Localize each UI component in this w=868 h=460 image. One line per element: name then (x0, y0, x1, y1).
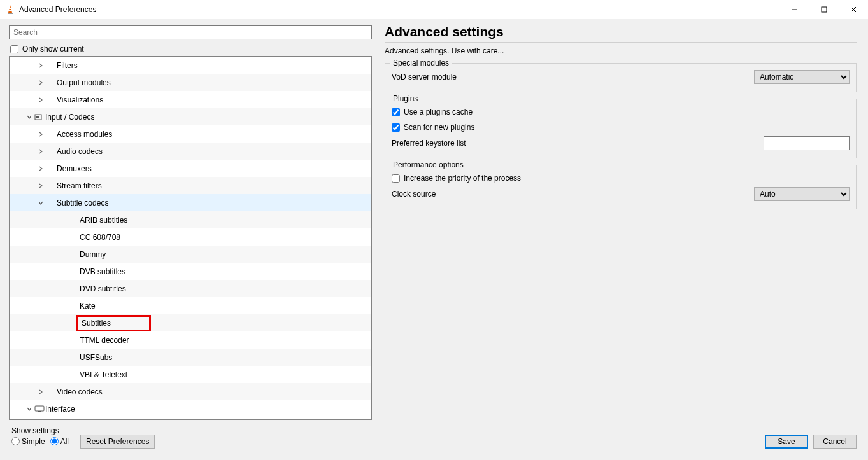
tree-item-label: ARIB subtitles (80, 216, 127, 225)
svg-rect-10 (35, 406, 44, 411)
svg-rect-9 (38, 116, 39, 118)
highlighted-item: Subtitles (76, 315, 151, 331)
tree-item-label: Dummy (80, 250, 106, 259)
svg-rect-1 (9, 8, 11, 9)
settings-heading: Advanced settings (385, 24, 857, 39)
tree-item-input-codecs[interactable]: Input / Codecs (10, 108, 371, 125)
tree-item-label: DVB subtitles (80, 267, 125, 276)
svg-rect-4 (822, 7, 827, 12)
keystore-input[interactable] (764, 136, 850, 150)
tree-item-access-modules[interactable]: Access modules (10, 125, 371, 143)
tree-item-filters[interactable]: Filters (10, 57, 371, 74)
window-title: Advanced Preferences (19, 5, 780, 14)
tree-item-label: Output modules (57, 78, 111, 87)
chevron-icon (36, 132, 45, 137)
chevron-icon (36, 389, 45, 394)
tree-item-usfsubs[interactable]: USFSubs (10, 349, 371, 366)
clock-source-label: Clock source (392, 190, 754, 199)
tree-item-video-codecs[interactable]: Video codecs (10, 383, 371, 400)
cancel-button[interactable]: Cancel (813, 435, 857, 449)
minimize-button[interactable] (780, 0, 809, 19)
radio-simple[interactable]: Simple (11, 437, 45, 446)
tree-item-label: CC 608/708 (80, 233, 120, 242)
scan-new-plugins-box[interactable] (392, 123, 400, 132)
svg-rect-8 (36, 116, 38, 118)
tree-item-label: Filters (57, 61, 78, 70)
tree-item-label: Subtitle codecs (57, 199, 108, 207)
tree-item-dummy[interactable]: Dummy (10, 246, 371, 263)
tree-item-cc-608-708[interactable]: CC 608/708 (10, 228, 371, 246)
use-plugins-cache-box[interactable] (392, 108, 400, 116)
use-plugins-cache-checkbox[interactable]: Use a plugins cache (392, 104, 850, 120)
only-show-current-checkbox[interactable]: Only show current (10, 45, 376, 53)
titlebar: Advanced Preferences (0, 0, 868, 19)
tree-item-label: Kate (80, 302, 96, 310)
tree-item-interface[interactable]: Interface (10, 400, 371, 417)
increase-priority-checkbox[interactable]: Increase the priority of the process (392, 171, 850, 186)
chevron-icon (36, 166, 45, 171)
vod-select[interactable]: Automatic (754, 70, 850, 84)
close-button[interactable] (839, 0, 868, 19)
chevron-icon (36, 200, 45, 206)
chevron-icon (36, 183, 45, 188)
increase-priority-box[interactable] (392, 174, 400, 183)
radio-all[interactable]: All (50, 437, 69, 446)
maximize-button[interactable] (809, 0, 839, 19)
tree-item-subtitles[interactable]: Subtitles (10, 314, 371, 331)
tree-item-vbi-teletext[interactable]: VBI & Teletext (10, 366, 371, 383)
tree-item-ttml-decoder[interactable]: TTML decoder (10, 331, 371, 349)
tree-item-label: Access modules (57, 130, 112, 139)
tree-item-audio-codecs[interactable]: Audio codecs (10, 143, 371, 160)
tree-item-dvd-subtitles[interactable]: DVD subtitles (10, 280, 371, 297)
chevron-icon (25, 115, 34, 120)
svg-rect-0 (8, 13, 13, 14)
scan-new-plugins-label: Scan for new plugins (404, 123, 474, 132)
tree-item-label: Interface (45, 405, 75, 414)
tree-item-label: Visualizations (57, 95, 103, 104)
tree-item-kate[interactable]: Kate (10, 297, 371, 314)
tree-item-arib-subtitles[interactable]: ARIB subtitles (10, 211, 371, 228)
codecs-icon (34, 113, 45, 121)
chevron-icon (36, 149, 45, 154)
chevron-icon (36, 63, 45, 68)
tree-item-stream-filters[interactable]: Stream filters (10, 177, 371, 194)
tree-item-label: Input / Codecs (45, 113, 94, 122)
tree-item-subtitle-codecs[interactable]: Subtitle codecs (10, 194, 371, 211)
tree-item-visualizations[interactable]: Visualizations (10, 91, 371, 108)
tree-item-label: VBI & Teletext (80, 370, 127, 379)
save-button[interactable]: Save (765, 435, 808, 449)
divider (385, 42, 857, 43)
increase-priority-label: Increase the priority of the process (404, 174, 521, 183)
keystore-label: Preferred keystore list (392, 139, 764, 148)
tree-item-label: Video codecs (57, 387, 103, 396)
tree-item-label: Stream filters (57, 181, 102, 190)
scan-new-plugins-checkbox[interactable]: Scan for new plugins (392, 120, 850, 135)
settings-subtitle: Advanced settings. Use with care... (385, 46, 857, 55)
only-show-current-box[interactable] (10, 45, 18, 53)
show-settings-label: Show settings (11, 426, 71, 435)
only-show-current-label: Only show current (22, 45, 84, 53)
tree-item-label: Demuxers (57, 164, 92, 173)
group-plugins: Plugins Use a plugins cache Scan for new… (385, 99, 857, 158)
chevron-icon (36, 80, 45, 85)
right-panel: Advanced settings Advanced settings. Use… (376, 19, 868, 422)
group-special-modules: Special modules VoD server module Automa… (385, 63, 857, 92)
group-plugins-legend: Plugins (390, 94, 420, 103)
chevron-icon (36, 97, 45, 102)
settings-tree[interactable]: FiltersOutput modulesVisualizationsInput… (10, 57, 371, 419)
group-special-legend: Special modules (390, 59, 452, 67)
clock-source-select[interactable]: Auto (754, 187, 850, 201)
svg-rect-2 (8, 10, 12, 11)
tree-item-demuxers[interactable]: Demuxers (10, 160, 371, 177)
use-plugins-cache-label: Use a plugins cache (404, 108, 473, 116)
vod-label: VoD server module (392, 73, 754, 81)
reset-preferences-button[interactable]: Reset Preferences (80, 435, 155, 449)
tree-item-label: Audio codecs (57, 147, 103, 156)
footer: Show settings Simple All Reset Preferenc… (0, 422, 868, 454)
tree-item-output-modules[interactable]: Output modules (10, 74, 371, 91)
tree-item-dvb-subtitles[interactable]: DVB subtitles (10, 263, 371, 280)
chevron-icon (25, 407, 34, 412)
search-input[interactable] (9, 25, 372, 39)
group-performance-legend: Performance options (390, 160, 466, 169)
group-performance: Performance options Increase the priorit… (385, 165, 857, 209)
